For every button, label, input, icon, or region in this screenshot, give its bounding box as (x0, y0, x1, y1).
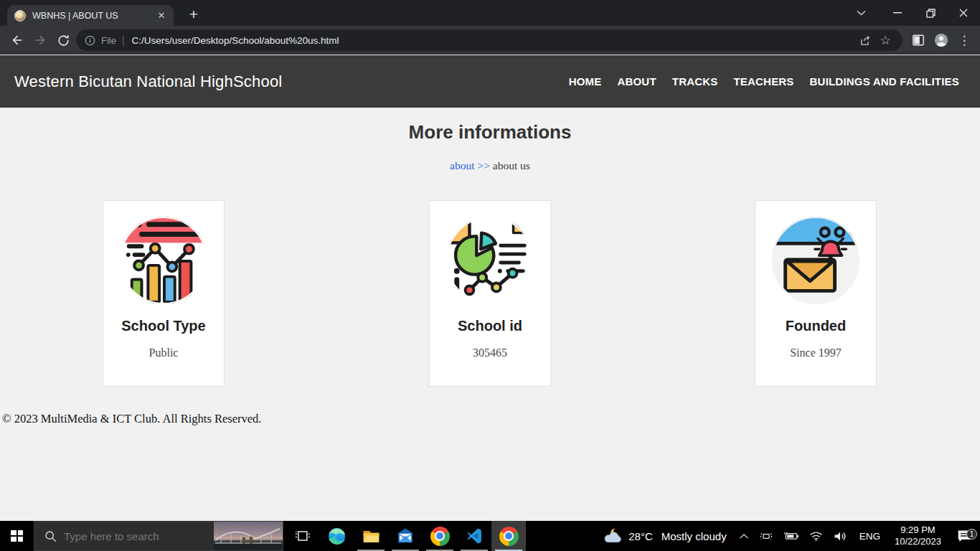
battery-icon[interactable] (778, 521, 804, 551)
taskbar-chrome-active[interactable] (491, 521, 526, 551)
volume-icon[interactable] (828, 521, 852, 551)
nav-item-teachers[interactable]: TEACHERS (733, 75, 793, 88)
weather-temp: 28°C (628, 530, 653, 542)
search-icon (44, 530, 57, 542)
windows-taskbar: 28°C Mostly cloudy (0, 521, 980, 551)
vscode-icon (466, 527, 484, 545)
window-minimize-button[interactable] (881, 0, 914, 26)
window-close-button[interactable] (947, 0, 980, 26)
nav-item-home[interactable]: HOME (569, 75, 602, 88)
clock-time: 9:29 PM (900, 524, 935, 536)
card-school-type: School Type Public (103, 200, 225, 387)
edge-icon (327, 527, 347, 546)
nav-item-tracks[interactable]: TRACKS (672, 75, 718, 88)
tab-close-icon[interactable]: ✕ (155, 9, 168, 22)
reload-button[interactable] (52, 29, 75, 52)
card-title: Founded (755, 318, 876, 334)
card-title: School id (430, 318, 550, 334)
card-founded: Founded Since 1997 (755, 200, 877, 387)
browser-tab-strip: WBNHS | ABOUT US ✕ + (0, 0, 980, 26)
card-value: 305465 (430, 347, 550, 359)
taskbar-weather[interactable]: 28°C Mostly cloudy (595, 521, 733, 551)
site-nav: HOME ABOUT TRACKS TEACHERS BUILDINGS AND… (569, 75, 959, 88)
mail-icon (396, 527, 415, 545)
url-text[interactable]: C:/Users/user/Desktop/School/about%20us.… (132, 35, 855, 46)
card-value: Since 1997 (755, 347, 876, 359)
window-controls (847, 0, 980, 26)
mail-notification-icon (770, 215, 862, 306)
site-favicon-icon (14, 10, 26, 22)
window-restore-button[interactable] (914, 0, 947, 26)
breadcrumb: about >> about us (0, 159, 980, 172)
windows-logo-icon (11, 530, 23, 542)
search-highlight-photo[interactable] (214, 522, 283, 550)
card-value: Public (103, 347, 224, 359)
chrome-icon (430, 527, 450, 546)
taskbar-file-explorer[interactable] (354, 521, 388, 551)
browser-toolbar: File | C:/Users/user/Desktop/School/abou… (0, 26, 980, 55)
pie-chart-report-icon (444, 215, 536, 306)
taskbar-vscode[interactable] (457, 521, 491, 551)
site-title: Western Bicutan National HighSchool (14, 72, 282, 91)
side-panel-icon[interactable] (907, 29, 930, 52)
tab-title: WBNHS | ABOUT US (32, 11, 155, 21)
address-bar[interactable]: File | C:/Users/user/Desktop/School/abou… (76, 29, 903, 51)
taskbar-edge[interactable] (319, 521, 354, 551)
back-button[interactable] (6, 29, 29, 52)
new-tab-button[interactable]: + (184, 4, 204, 24)
wireless-display-icon[interactable] (754, 521, 778, 551)
notification-badge: 1 (966, 529, 977, 540)
taskbar-clock[interactable]: 9:29 PM 10/22/2023 (887, 524, 948, 547)
wifi-icon[interactable] (804, 521, 828, 551)
language-indicator[interactable]: ENG (852, 531, 887, 542)
card-title: School Type (103, 318, 224, 334)
show-hidden-icons-chevron[interactable] (734, 521, 754, 551)
share-icon[interactable] (855, 30, 875, 50)
chrome-icon (499, 527, 519, 546)
search-input[interactable] (64, 530, 207, 542)
footer-copyright: © 2023 MultiMedia & ICT Club. All Rights… (2, 412, 261, 426)
taskbar-search[interactable] (34, 521, 283, 551)
url-scheme-label: File (101, 35, 116, 46)
card-school-id: School id 305465 (429, 200, 551, 387)
nav-item-about[interactable]: ABOUT (617, 75, 656, 88)
weather-condition: Mostly cloudy (661, 530, 727, 542)
system-tray: ENG 9:29 PM 10/22/2023 1 (734, 521, 980, 551)
taskbar-chrome[interactable] (423, 521, 457, 551)
breadcrumb-about-link[interactable]: about >> (450, 159, 490, 171)
breadcrumb-current: about us (493, 159, 530, 171)
tab-search-chevron-icon[interactable] (847, 0, 875, 26)
start-button[interactable] (0, 521, 34, 551)
bar-chart-analytics-icon (118, 215, 209, 306)
page-info-icon[interactable] (85, 35, 95, 46)
cloudy-night-icon (603, 527, 623, 545)
browser-tab[interactable]: WBNHS | ABOUT US ✕ (7, 5, 174, 26)
site-header: Western Bicutan National HighSchool HOME… (0, 55, 980, 108)
profile-avatar-icon[interactable] (930, 29, 953, 52)
toolbar-actions: ⋮ (907, 29, 976, 52)
task-view-button[interactable] (285, 521, 319, 551)
web-page: Western Bicutan National HighSchool HOME… (0, 55, 980, 521)
taskbar-mail[interactable] (388, 521, 423, 551)
browser-menu-icon[interactable]: ⋮ (953, 29, 976, 52)
action-center-button[interactable]: 1 (948, 529, 980, 543)
page-title: More informations (0, 121, 980, 143)
bookmark-star-icon[interactable]: ☆ (875, 30, 895, 50)
nav-item-buildings-and-facilities[interactable]: BUILDINGS AND FACILITIES (810, 75, 959, 88)
clock-date: 10/22/2023 (895, 536, 941, 547)
forward-button[interactable] (29, 29, 52, 52)
file-explorer-icon (362, 527, 381, 546)
omnibox-divider: | (122, 34, 125, 46)
